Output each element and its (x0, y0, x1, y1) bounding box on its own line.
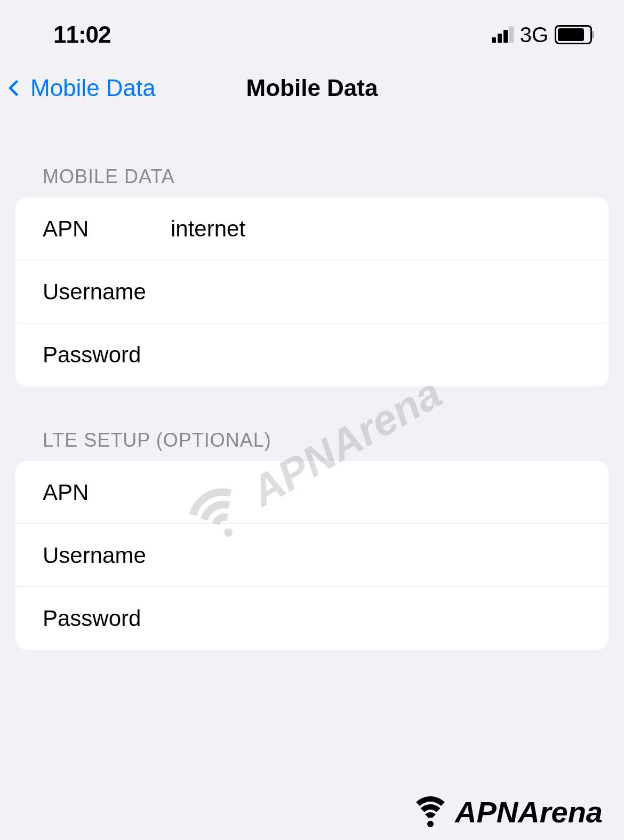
lte-apn-input[interactable] (171, 480, 581, 505)
row-label-apn: APN (43, 216, 171, 242)
username-input[interactable] (171, 279, 581, 305)
settings-row-username[interactable]: Username (15, 260, 609, 323)
apn-input[interactable] (171, 216, 581, 242)
navigation-bar: Mobile Data Mobile Data (0, 59, 624, 112)
settings-row-lte-username[interactable]: Username (15, 524, 609, 587)
back-label: Mobile Data (30, 75, 156, 101)
section-header-mobile-data: MOBILE DATA (0, 112, 624, 197)
lte-username-input[interactable] (171, 543, 581, 568)
signal-icon (492, 27, 514, 43)
chevron-left-icon (8, 80, 25, 96)
lte-password-input[interactable] (171, 606, 581, 631)
back-button[interactable]: Mobile Data (11, 75, 156, 101)
watermark-bottom: APNArena (409, 795, 603, 829)
settings-group-lte-setup: APN Username Password (15, 461, 609, 650)
status-indicators: 3G (492, 23, 592, 47)
row-label-lte-password: Password (43, 606, 171, 631)
password-input[interactable] (171, 342, 581, 368)
status-bar: 11:02 3G (0, 0, 624, 59)
section-header-lte-setup: LTE SETUP (OPTIONAL) (0, 386, 624, 461)
watermark-text: APNArena (455, 795, 603, 829)
row-label-lte-apn: APN (43, 480, 171, 505)
row-label-username: Username (43, 279, 171, 305)
settings-group-mobile-data: APN Username Password (15, 197, 609, 386)
wifi-icon (409, 796, 452, 828)
page-title: Mobile Data (246, 75, 378, 101)
status-time: 11:02 (53, 21, 111, 48)
settings-row-lte-apn[interactable]: APN (15, 461, 609, 524)
settings-row-apn[interactable]: APN (15, 197, 609, 260)
battery-icon (555, 25, 592, 44)
row-label-lte-username: Username (43, 543, 171, 568)
row-label-password: Password (43, 342, 171, 368)
network-type: 3G (520, 23, 548, 47)
settings-row-lte-password[interactable]: Password (15, 587, 609, 650)
settings-row-password[interactable]: Password (15, 323, 609, 386)
